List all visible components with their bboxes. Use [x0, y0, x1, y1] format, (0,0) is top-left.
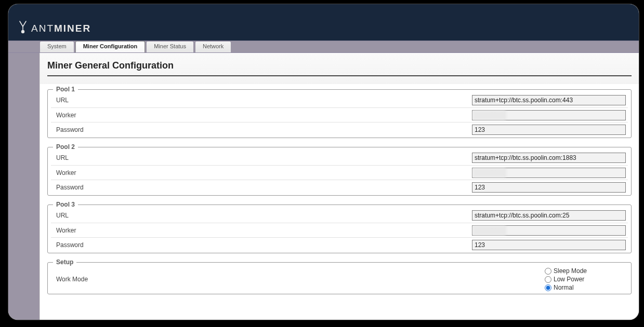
tab-network[interactable]: Network — [195, 41, 231, 52]
label-url: URL — [51, 154, 144, 161]
label-password: Password — [51, 241, 144, 249]
password-input-pool1[interactable] — [472, 125, 626, 135]
row-url-pool1: URL — [51, 93, 628, 107]
label-password: Password — [51, 184, 144, 191]
label-worker: Worker — [51, 227, 144, 234]
url-input-pool1[interactable] — [472, 95, 626, 105]
pool-1-fieldset: Pool 1URLWorkerPassword — [47, 86, 632, 138]
content-area: Miner General Configuration Pool 1URLWor… — [40, 53, 639, 320]
row-password-pool3: Password — [51, 237, 628, 252]
page-title: Miner General Configuration — [47, 60, 632, 76]
svg-point-0 — [21, 30, 24, 33]
setup-legend: Setup — [53, 258, 76, 266]
tab-bar: SystemMiner ConfigurationMiner StatusNet… — [8, 40, 639, 53]
ant-icon — [18, 20, 28, 36]
label-worker: Worker — [51, 112, 144, 119]
redacted-overlay — [472, 111, 506, 120]
brand-text: ANTMINER — [31, 23, 91, 34]
left-gutter — [8, 53, 40, 320]
redacted-overlay — [472, 226, 506, 235]
page-body: Miner General Configuration Pool 1URLWor… — [8, 53, 639, 320]
app-window: ANTMINER SystemMiner ConfigurationMiner … — [8, 4, 639, 320]
pool-1-legend: Pool 1 — [53, 86, 78, 93]
row-password-pool1: Password — [51, 122, 628, 137]
row-worker-pool1: Worker — [51, 107, 628, 122]
setup-fieldset: Setup Work Mode Sleep ModeLow PowerNorma… — [47, 258, 632, 294]
label-worker: Worker — [51, 169, 144, 176]
brand-logo: ANTMINER — [18, 20, 91, 40]
app-header: ANTMINER — [8, 4, 639, 40]
workmode-option-2[interactable]: Normal — [545, 283, 626, 292]
brand-right: MINER — [54, 23, 91, 34]
workmode-label-2: Normal — [554, 283, 574, 292]
row-url-pool2: URL — [51, 151, 628, 165]
row-worker-pool2: Worker — [51, 165, 628, 180]
row-url-pool3: URL — [51, 208, 628, 223]
tab-system[interactable]: System — [40, 41, 74, 52]
url-input-pool2[interactable] — [472, 153, 626, 163]
tab-miner-config[interactable]: Miner Configuration — [75, 41, 146, 52]
workmode-radio-0[interactable] — [545, 268, 551, 275]
label-url: URL — [51, 97, 144, 104]
brand-left: ANT — [31, 23, 54, 34]
label-workmode: Work Mode — [51, 276, 144, 283]
pool-3-fieldset: Pool 3URLWorkerPassword — [47, 201, 632, 253]
workmode-options: Sleep ModeLow PowerNormal — [545, 267, 628, 292]
workmode-option-0[interactable]: Sleep Mode — [545, 267, 626, 275]
tab-miner-status[interactable]: Miner Status — [146, 41, 194, 52]
password-input-pool3[interactable] — [472, 240, 626, 250]
row-password-pool2: Password — [51, 180, 628, 194]
pools-container: Pool 1URLWorkerPasswordPool 2URLWorkerPa… — [47, 86, 632, 253]
password-input-pool2[interactable] — [472, 182, 626, 193]
url-input-pool3[interactable] — [472, 210, 626, 221]
workmode-radio-1[interactable] — [545, 276, 551, 283]
pool-3-legend: Pool 3 — [53, 201, 78, 208]
row-worker-pool3: Worker — [51, 223, 628, 237]
workmode-label-0: Sleep Mode — [554, 267, 587, 275]
label-url: URL — [51, 212, 144, 219]
workmode-radio-2[interactable] — [545, 284, 551, 291]
row-workmode: Work Mode Sleep ModeLow PowerNormal — [51, 266, 628, 293]
label-password: Password — [51, 126, 144, 133]
pool-2-legend: Pool 2 — [53, 143, 78, 151]
pool-2-fieldset: Pool 2URLWorkerPassword — [47, 143, 632, 196]
redacted-overlay — [472, 168, 506, 178]
workmode-label-1: Low Power — [554, 275, 584, 283]
workmode-option-1[interactable]: Low Power — [545, 275, 626, 283]
